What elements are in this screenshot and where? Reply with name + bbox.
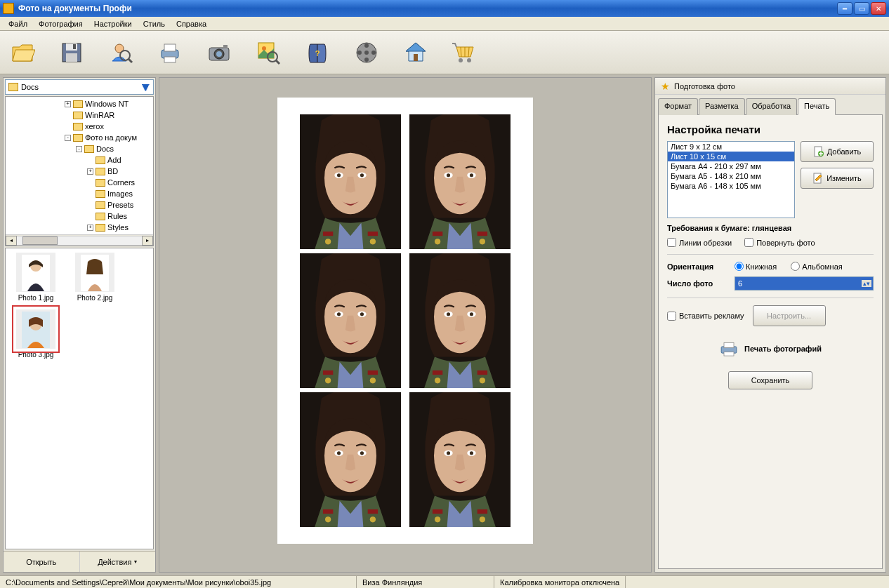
svg-point-82 bbox=[360, 451, 364, 455]
menu-file[interactable]: Файл bbox=[3, 18, 33, 29]
tree-node[interactable]: Presets bbox=[6, 199, 153, 211]
print-photos-button[interactable]: Печать фотографий bbox=[667, 340, 874, 357]
svg-point-56 bbox=[480, 239, 485, 244]
svg-point-30 bbox=[467, 58, 471, 62]
camera-button[interactable] bbox=[204, 37, 235, 68]
tree-node[interactable]: +Windows NT bbox=[6, 98, 153, 109]
menu-settings[interactable]: Настройки bbox=[88, 18, 138, 29]
orientation-landscape-radio[interactable]: Альбомная bbox=[791, 262, 843, 271]
tree-node[interactable]: +Styles bbox=[6, 222, 153, 233]
maximize-button[interactable]: ▭ bbox=[854, 2, 869, 15]
tree-node[interactable]: Add bbox=[6, 154, 153, 166]
photo-cell bbox=[409, 114, 511, 249]
svg-rect-3 bbox=[73, 44, 76, 49]
close-button[interactable]: ✕ bbox=[871, 2, 886, 15]
menu-help[interactable]: Справка bbox=[171, 18, 212, 29]
photo-cell bbox=[409, 392, 511, 527]
svg-rect-8 bbox=[164, 44, 176, 51]
svg-point-95 bbox=[435, 516, 440, 522]
film-reel-button[interactable] bbox=[351, 37, 382, 68]
tab-format[interactable]: Формат bbox=[658, 98, 698, 115]
cut-lines-checkbox[interactable]: Линии обрезки bbox=[667, 238, 732, 247]
paper-size-list[interactable]: Лист 9 x 12 смЛист 10 x 15 смБумага А4 -… bbox=[667, 141, 795, 218]
scroll-left-button[interactable]: ◂ bbox=[6, 236, 17, 246]
tree-node[interactable]: +BD bbox=[6, 166, 153, 177]
home-button[interactable] bbox=[400, 37, 431, 68]
printer-icon bbox=[719, 340, 739, 357]
toolbar: ? bbox=[0, 31, 889, 74]
minimize-button[interactable]: ━ bbox=[837, 2, 852, 15]
status-visa: Виза Финляндия bbox=[357, 576, 494, 588]
help-book-button[interactable]: ? bbox=[302, 37, 333, 68]
svg-point-45 bbox=[325, 239, 331, 244]
panel-title: Подготовка фото bbox=[674, 82, 735, 91]
dropdown-arrow-icon[interactable]: ⯆ bbox=[141, 82, 150, 93]
tab-layout[interactable]: Разметка bbox=[699, 98, 745, 115]
svg-point-22 bbox=[364, 58, 369, 62]
folder-tree[interactable]: +Windows NTWinRARxerox-Фото на докум-Doc… bbox=[5, 96, 154, 246]
tree-node[interactable]: xerox bbox=[6, 121, 153, 132]
photo-cell bbox=[409, 253, 511, 388]
tree-node[interactable]: -Фото на докум bbox=[6, 132, 153, 143]
save-button[interactable] bbox=[56, 37, 87, 68]
thumbnail-item[interactable]: Photo 1.jpg bbox=[10, 253, 62, 302]
configure-ads-button[interactable]: Настроить... bbox=[753, 305, 826, 326]
preview-area bbox=[159, 77, 652, 573]
svg-rect-13 bbox=[223, 45, 228, 48]
folder-path-combo[interactable]: Docs ⯆ bbox=[5, 79, 154, 95]
svg-point-20 bbox=[364, 51, 369, 55]
open-folder-button[interactable] bbox=[7, 37, 38, 68]
edit-paper-button[interactable]: Изменить bbox=[801, 168, 874, 189]
paper-option[interactable]: Лист 9 x 12 см bbox=[668, 142, 794, 152]
left-panel: Docs ⯆ +Windows NTWinRARxerox-Фото на до… bbox=[3, 77, 156, 573]
photo-count-spinner[interactable]: 6 ▴▾ bbox=[735, 276, 874, 290]
svg-line-17 bbox=[276, 60, 279, 64]
svg-point-55 bbox=[435, 239, 440, 244]
thumbnail-item[interactable]: Photo 3.jpg bbox=[10, 309, 62, 359]
tree-scrollbar[interactable]: ◂ ▸ bbox=[6, 234, 153, 246]
tree-node[interactable]: -Docs bbox=[6, 143, 153, 154]
svg-rect-102 bbox=[724, 352, 734, 356]
tab-processing[interactable]: Обработка bbox=[746, 98, 797, 115]
orientation-portrait-radio[interactable]: Книжная bbox=[735, 262, 777, 271]
svg-line-6 bbox=[129, 59, 132, 62]
orientation-label: Ориентация bbox=[667, 262, 729, 271]
paper-option[interactable]: Бумага А5 - 148 x 210 мм bbox=[668, 171, 794, 181]
save-settings-button[interactable]: Сохранить bbox=[728, 371, 812, 389]
print-button[interactable] bbox=[154, 37, 185, 68]
paper-option[interactable]: Лист 10 x 15 см bbox=[668, 152, 794, 161]
menu-style[interactable]: Стиль bbox=[138, 18, 171, 29]
open-button[interactable]: Открыть bbox=[4, 552, 80, 572]
add-paper-button[interactable]: Добавить bbox=[801, 141, 874, 162]
scroll-thumb[interactable] bbox=[22, 236, 58, 245]
svg-rect-9 bbox=[164, 57, 176, 62]
scroll-right-button[interactable]: ▸ bbox=[142, 236, 153, 246]
paper-option[interactable]: Бумага А6 - 148 x 105 мм bbox=[668, 181, 794, 191]
svg-point-80 bbox=[337, 451, 341, 455]
svg-point-90 bbox=[447, 451, 450, 455]
actions-button[interactable]: Действия▾ bbox=[80, 552, 156, 572]
print-sheet bbox=[277, 98, 533, 544]
tree-node[interactable]: Images bbox=[6, 188, 153, 199]
rotate-photo-checkbox[interactable]: Повернуть фото bbox=[744, 238, 815, 247]
tree-node[interactable]: WinRAR bbox=[6, 109, 153, 121]
spinner-arrows-icon[interactable]: ▴▾ bbox=[862, 280, 871, 287]
menu-photo[interactable]: Фотография bbox=[33, 18, 88, 29]
svg-point-5 bbox=[120, 51, 130, 60]
svg-rect-94 bbox=[478, 509, 487, 514]
paper-requirements: Требования к бумаге: глянцевая bbox=[667, 224, 874, 232]
thumbnail-item[interactable]: Photo 2.jpg bbox=[69, 253, 121, 302]
svg-point-42 bbox=[360, 173, 364, 177]
tab-print[interactable]: Печать bbox=[798, 98, 836, 115]
shopping-cart-button[interactable] bbox=[449, 37, 480, 68]
svg-point-72 bbox=[470, 312, 473, 316]
photo-search-button[interactable] bbox=[253, 37, 284, 68]
paper-option[interactable]: Бумага А4 - 210 x 297 мм bbox=[668, 161, 794, 171]
photo-cell bbox=[300, 114, 401, 249]
status-path: C:\Documents and Settings\Сергей\Мои док… bbox=[0, 576, 357, 588]
tree-node[interactable]: Rules bbox=[6, 211, 153, 222]
edit-icon bbox=[812, 173, 824, 184]
search-person-button[interactable] bbox=[105, 37, 136, 68]
insert-ads-checkbox[interactable]: Вставить рекламу bbox=[667, 312, 744, 321]
tree-node[interactable]: Corners bbox=[6, 177, 153, 188]
